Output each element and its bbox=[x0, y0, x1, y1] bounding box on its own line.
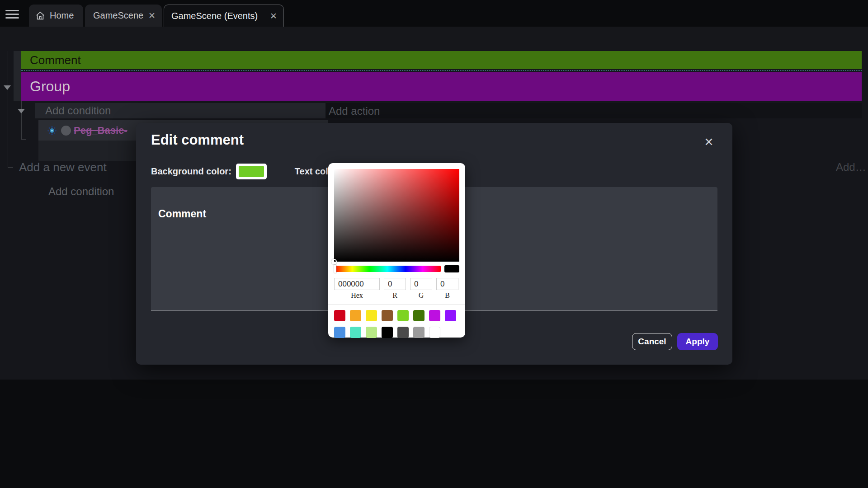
palette-row-1 bbox=[334, 310, 459, 321]
palette-swatch[interactable] bbox=[445, 310, 456, 321]
palette-swatch[interactable] bbox=[366, 310, 377, 321]
apply-button[interactable]: Apply bbox=[677, 333, 718, 350]
add-action-truncated-link[interactable]: Add… bbox=[836, 161, 866, 174]
palette-swatch[interactable] bbox=[429, 310, 440, 321]
event-gutter bbox=[14, 51, 21, 101]
add-condition-link[interactable]: Add condition bbox=[48, 185, 114, 198]
tab-bar: Home GameScene ✕ GameScene (Events) ✕ bbox=[0, 0, 868, 27]
palette-swatch[interactable] bbox=[413, 310, 425, 321]
group-event-text: Group bbox=[30, 78, 70, 95]
toolbar: Preview Publish bbox=[0, 27, 868, 50]
background-color-swatch[interactable] bbox=[236, 164, 267, 179]
tab-home-label: Home bbox=[50, 10, 74, 21]
palette-swatch[interactable] bbox=[382, 310, 393, 321]
tab-close-icon[interactable]: ✕ bbox=[270, 11, 277, 21]
hex-label: Hex bbox=[334, 291, 380, 300]
tab-gamescene[interactable]: GameScene ✕ bbox=[85, 5, 162, 27]
add-new-event-link[interactable]: Add a new event bbox=[19, 160, 107, 174]
hue-slider[interactable] bbox=[334, 266, 441, 272]
comment-event-text: Comment bbox=[30, 53, 81, 67]
color-options-row: Background color: Text color: bbox=[151, 164, 340, 179]
blue-input[interactable] bbox=[436, 278, 458, 290]
saturation-cursor[interactable] bbox=[331, 259, 337, 264]
palette-swatch[interactable] bbox=[334, 327, 345, 338]
add-action-link[interactable]: Add action bbox=[329, 105, 380, 117]
window-background bbox=[0, 380, 868, 488]
home-icon bbox=[35, 11, 45, 21]
dialog-title: Edit comment bbox=[151, 132, 244, 148]
app-window: Home GameScene ✕ GameScene (Events) ✕ bbox=[0, 0, 868, 488]
palette-swatch[interactable] bbox=[334, 310, 345, 321]
color-input-labels: Hex R G B bbox=[334, 291, 459, 300]
b-label: B bbox=[436, 291, 458, 300]
group-event-row[interactable]: Group bbox=[21, 72, 862, 101]
tab-gamescene-label: GameScene bbox=[93, 10, 143, 21]
palette-swatch[interactable] bbox=[397, 327, 409, 338]
dialog-actions: Cancel Apply bbox=[632, 333, 718, 350]
tab-home[interactable]: Home bbox=[29, 5, 83, 27]
g-label: G bbox=[410, 291, 432, 300]
conditions-column[interactable]: Add condition bbox=[35, 103, 326, 118]
palette-row-2 bbox=[334, 327, 459, 338]
palette-swatch[interactable] bbox=[413, 327, 425, 338]
tab-gamescene-events[interactable]: GameScene (Events) ✕ bbox=[164, 5, 284, 27]
background-color-label: Background color: bbox=[151, 166, 231, 177]
green-input[interactable] bbox=[410, 278, 432, 290]
condition-object-name: Peg_Basic- bbox=[74, 125, 127, 136]
palette-swatch[interactable] bbox=[366, 327, 377, 338]
palette-swatch[interactable] bbox=[429, 327, 440, 338]
add-condition-link[interactable]: Add condition bbox=[45, 104, 111, 117]
r-label: R bbox=[384, 291, 406, 300]
picker-divider bbox=[328, 304, 465, 305]
hue-row bbox=[334, 265, 459, 272]
tree-connector bbox=[8, 167, 13, 168]
comment-event-row[interactable]: Comment bbox=[21, 51, 862, 69]
current-color-preview bbox=[444, 265, 459, 272]
palette-swatch[interactable] bbox=[350, 310, 361, 321]
object-icon bbox=[47, 125, 57, 136]
tree-connector bbox=[21, 139, 26, 140]
collapse-arrow-icon[interactable] bbox=[4, 85, 11, 90]
palette-swatch[interactable] bbox=[350, 327, 361, 338]
event-row: Add condition Add action bbox=[35, 103, 862, 118]
collapse-arrow-icon[interactable] bbox=[18, 109, 25, 113]
cancel-button[interactable]: Cancel bbox=[632, 333, 672, 350]
tree-connector bbox=[21, 100, 22, 139]
palette-swatch[interactable] bbox=[382, 327, 393, 338]
hue-slider-handle[interactable] bbox=[334, 265, 336, 273]
tab-close-icon[interactable]: ✕ bbox=[148, 10, 156, 21]
object-thumbnail bbox=[61, 126, 71, 136]
close-icon[interactable]: ✕ bbox=[703, 136, 715, 148]
selection-indicator bbox=[21, 70, 862, 71]
color-picker-popup: Hex R G B bbox=[328, 163, 465, 338]
background-color-value bbox=[239, 166, 264, 177]
tree-connector bbox=[8, 51, 8, 167]
color-inputs-row bbox=[334, 278, 459, 290]
red-input[interactable] bbox=[384, 278, 406, 290]
saturation-value-area[interactable] bbox=[334, 169, 459, 262]
tab-gamescene-events-label: GameScene (Events) bbox=[171, 11, 258, 21]
main-menu-icon[interactable] bbox=[5, 8, 19, 19]
palette-swatch[interactable] bbox=[397, 310, 409, 321]
hex-input[interactable] bbox=[334, 278, 380, 290]
